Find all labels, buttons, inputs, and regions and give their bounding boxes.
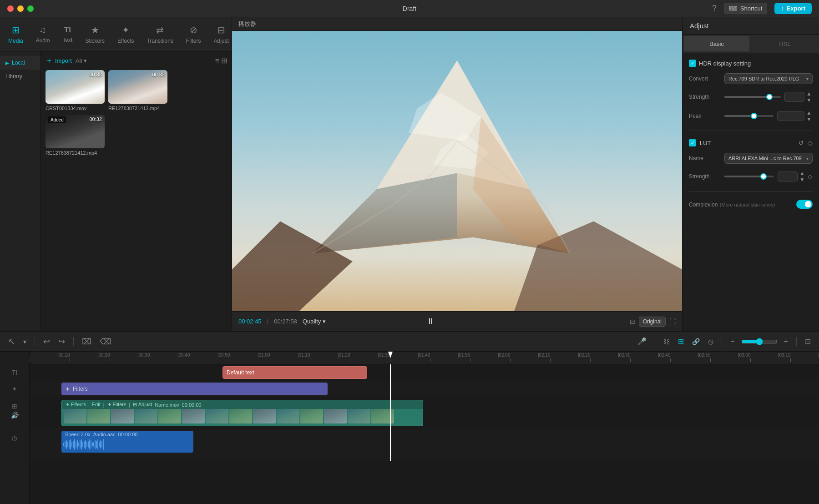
play-pause-button[interactable]: ⏸	[426, 317, 435, 326]
redo-button[interactable]: ↪	[56, 335, 67, 348]
chain-button[interactable]: 🔗	[690, 336, 702, 347]
split-button[interactable]: ⌧	[80, 335, 93, 348]
original-button[interactable]: Original	[639, 317, 666, 327]
tab-filters[interactable]: ⊘ Filters	[180, 21, 207, 48]
peak-value-input[interactable]: 5000 nits	[777, 111, 804, 121]
lut-strength-edit-button[interactable]: ◇	[808, 173, 813, 180]
export-button[interactable]: ↑ Export	[774, 3, 812, 14]
peak-decrement-button[interactable]: ▼	[805, 116, 813, 122]
mic-button[interactable]: 🎤	[636, 335, 648, 348]
text-clip[interactable]: Default text	[222, 366, 367, 379]
video-clip[interactable]: ✦ Effects – Edit | ✦ Filters | ⊟ Adjust …	[61, 400, 423, 426]
grid-button[interactable]: ⊡	[803, 335, 813, 348]
lut-label: LUT	[700, 140, 711, 146]
filter-button[interactable]: All ▾	[76, 57, 87, 64]
tool-dropdown-button[interactable]: ▾	[21, 336, 28, 347]
fullscreen-button[interactable]: ⛶	[669, 318, 676, 325]
tab-bar: ⊞ Media ♫ Audio TI Text ★ Stickers ✦ Eff…	[0, 17, 232, 51]
tab-adjust[interactable]: ⊟ Adjust	[207, 21, 235, 48]
media-item[interactable]: 00:32 RE127838721412.mp4	[108, 70, 167, 111]
peak-slider[interactable]	[724, 115, 774, 117]
zoom-in-button[interactable]: +	[782, 336, 790, 348]
filters-clip[interactable]: ✦ Filters	[61, 383, 328, 395]
time-button[interactable]: ◷	[706, 336, 715, 347]
lut-reset-button[interactable]: ↺	[799, 139, 804, 146]
strength-decrement-button[interactable]: ▼	[805, 97, 813, 103]
link-button[interactable]: ⛓	[662, 336, 672, 347]
lut-strength-increment-button[interactable]: ▲	[799, 170, 806, 176]
help-icon[interactable]: ?	[712, 4, 717, 13]
shortcut-button[interactable]: ⌨ Shortcut	[724, 3, 767, 14]
import-button[interactable]: ＋ Import	[46, 56, 72, 66]
select-tool-button[interactable]: ↖	[6, 335, 17, 348]
filters-label-small: ✦ Filters	[107, 402, 126, 408]
delete-button[interactable]: ⌫	[98, 335, 113, 348]
lut-name-dropdown[interactable]: ARRI ALEXA Mini ...c to Rec.709 ▾	[724, 153, 813, 164]
lut-checkbox-indicator[interactable]: ✓	[689, 139, 696, 146]
lut-edit-button[interactable]: ◇	[808, 139, 813, 146]
media-item[interactable]: 00:32 CRST001334.mov	[46, 70, 105, 111]
video-thumb	[300, 409, 323, 423]
tracks-area: Default text ✦ Filters	[30, 364, 819, 461]
complexion-sublabel: (More natural skin tones)	[720, 202, 775, 207]
undo-button[interactable]: ↩	[41, 335, 52, 348]
right-adjust-panel: Adjust Basic HSL ✓ HDR display setting C…	[682, 17, 819, 331]
media-item[interactable]: Added 00:32 RE127838721412.mp4	[46, 115, 105, 156]
magnetic-snap-button[interactable]: ⊞	[676, 335, 686, 348]
strength-slider-container	[724, 96, 781, 98]
zoom-out-button[interactable]: −	[728, 336, 736, 348]
clip-name: Name.mov	[155, 402, 179, 408]
export-icon: ↑	[781, 5, 784, 12]
toolbar-separator-3	[655, 337, 655, 346]
tab-hsl[interactable]: HSL	[752, 36, 818, 51]
ruler-mark: |00:50	[230, 358, 230, 362]
zoom-slider[interactable]	[741, 338, 778, 345]
convert-dropdown[interactable]: Rec.709 SDR to Rec.2020 HLG ▾	[724, 73, 813, 84]
video-track-thumbnails	[62, 409, 423, 425]
effects-label: ✦ Effects – Edit	[66, 402, 101, 408]
lut-strength-label: Strength	[689, 173, 721, 180]
time-total: 00:27:58	[274, 318, 297, 325]
tab-text[interactable]: TI Text	[56, 22, 79, 47]
tab-stickers[interactable]: ★ Stickers	[79, 21, 111, 48]
preview-mode-button[interactable]: ⊟	[630, 318, 635, 325]
timeline-scroll-area[interactable]: |00:00 |00:10 |00:20 |00:30 |00:40 |00:5…	[30, 352, 819, 504]
tab-effects[interactable]: ✦ Effects	[111, 21, 140, 48]
sidebar-item-local[interactable]: ▶ Local	[0, 56, 40, 70]
media-toolbar: ＋ Import All ▾ ≡ ⊞	[46, 56, 227, 66]
strength-value-input[interactable]: 100	[784, 92, 804, 102]
lut-strength-decrement-button[interactable]: ▼	[799, 176, 806, 183]
strength-slider[interactable]	[724, 96, 781, 98]
media-thumbnail: Added 00:32	[46, 115, 105, 148]
media-thumbnail: 00:32	[46, 70, 105, 104]
minimize-button[interactable]	[17, 5, 24, 12]
ruler-mark: |03:00	[750, 358, 751, 362]
ruler-mark: |01:50	[470, 358, 470, 362]
audio-name: Audio.aac	[93, 432, 116, 437]
maximize-button[interactable]	[27, 5, 34, 12]
peak-increment-button[interactable]: ▲	[805, 110, 813, 116]
tab-transitions[interactable]: ⇄ Transitions	[141, 21, 180, 48]
tab-audio[interactable]: ♫ Audio	[30, 21, 56, 47]
sidebar-item-library[interactable]: Library	[0, 70, 40, 83]
tab-basic[interactable]: Basic	[684, 36, 749, 51]
close-button[interactable]	[7, 5, 14, 12]
left-panel: ⊞ Media ♫ Audio TI Text ★ Stickers ✦ Eff…	[0, 17, 232, 331]
video-thumb	[229, 409, 252, 423]
lut-strength-slider[interactable]	[724, 176, 774, 177]
list-view-button[interactable]: ≡	[215, 56, 219, 65]
playhead[interactable]	[390, 364, 391, 461]
ruler-mark: |02:50	[710, 358, 711, 362]
lut-name-label: Name	[689, 155, 721, 161]
grid-view-button[interactable]: ⊞	[221, 56, 227, 65]
video-clip-header: ✦ Effects – Edit | ✦ Filters | ⊟ Adjust …	[62, 400, 423, 409]
hdr-setting-row[interactable]: ✓ HDR display setting	[689, 60, 813, 67]
audio-clip[interactable]: Speed 2.0x Audio.aac 00:00:00	[61, 431, 193, 453]
filters-clip-icon: ✦	[65, 386, 70, 393]
quality-button[interactable]: Quality ▾	[303, 318, 326, 325]
strength-increment-button[interactable]: ▲	[805, 91, 813, 97]
lut-strength-value-input[interactable]: 99%	[778, 171, 798, 181]
complexion-toggle[interactable]	[796, 200, 813, 209]
tab-media[interactable]: ⊞ Media	[2, 21, 30, 48]
timeline-toolbar: ↖ ▾ ↩ ↪ ⌧ ⌫ 🎤 ⛓ ⊞ 🔗 ◷ − + ⊡	[0, 332, 819, 352]
